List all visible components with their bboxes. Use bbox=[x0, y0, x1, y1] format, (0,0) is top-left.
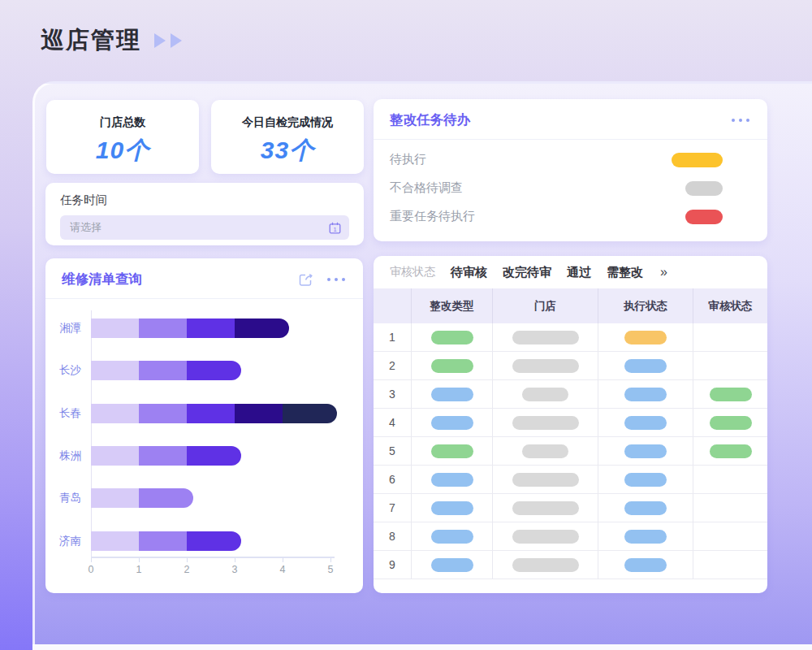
bar-segment bbox=[139, 361, 187, 380]
more-options-icon[interactable] bbox=[732, 119, 750, 123]
table-cell bbox=[412, 352, 493, 380]
status-pill bbox=[512, 416, 579, 430]
x-axis-tick-label: 0 bbox=[79, 564, 103, 575]
status-pill bbox=[431, 359, 473, 373]
table-cell bbox=[598, 323, 693, 352]
table-cell bbox=[693, 466, 767, 494]
status-pill bbox=[522, 388, 568, 401]
row-number: 2 bbox=[374, 352, 412, 380]
bar-segment bbox=[187, 318, 235, 338]
status-pill bbox=[431, 444, 473, 458]
status-pill bbox=[431, 501, 473, 515]
bar-category-label: 济南 bbox=[45, 531, 81, 551]
table-cell bbox=[693, 380, 767, 409]
table-cell bbox=[598, 437, 693, 466]
status-pill bbox=[624, 473, 667, 487]
play-icon bbox=[171, 33, 182, 48]
table-cell bbox=[412, 522, 493, 551]
table-cell bbox=[412, 551, 493, 579]
bar-segment bbox=[187, 404, 235, 423]
row-number: 1 bbox=[374, 323, 412, 352]
status-pill bbox=[710, 416, 752, 430]
todo-item[interactable]: 待执行 bbox=[390, 145, 751, 174]
table-cell bbox=[598, 352, 693, 380]
status-pill bbox=[710, 388, 752, 401]
todo-list: 待执行不合格待调查重要任务待执行 bbox=[374, 140, 767, 231]
stacked-bar bbox=[91, 446, 241, 466]
bar-segment bbox=[91, 531, 139, 551]
status-pill bbox=[522, 444, 568, 458]
x-axis-tick bbox=[139, 558, 140, 562]
todo-status-pill bbox=[685, 210, 723, 224]
stat-card-self-check: 今日自检完成情况 33个 bbox=[211, 100, 364, 174]
status-pill bbox=[512, 359, 579, 373]
bar-category-label: 湘潭 bbox=[45, 318, 81, 338]
status-pill bbox=[512, 558, 579, 572]
review-status-card: 审核状态 待审核改完待审通过需整改 » 整改类型门店执行状态审核状态123456… bbox=[374, 256, 767, 593]
table-cell bbox=[493, 466, 598, 494]
bar-segment bbox=[187, 361, 241, 380]
review-table: 整改类型门店执行状态审核状态123456789 bbox=[374, 288, 767, 579]
todo-item[interactable]: 不合格待调查 bbox=[390, 174, 751, 202]
status-pill bbox=[431, 530, 473, 544]
bar-segment bbox=[187, 531, 241, 551]
bar-segment bbox=[139, 446, 187, 466]
filter-tabs: 审核状态 待审核改完待审通过需整改 » bbox=[374, 256, 767, 288]
table-cell bbox=[412, 323, 493, 352]
tab-待审核[interactable]: 待审核 bbox=[451, 265, 487, 280]
x-axis-tick bbox=[235, 558, 235, 562]
status-pill bbox=[512, 473, 579, 487]
stacked-bar bbox=[91, 318, 289, 338]
table-cell bbox=[598, 380, 693, 409]
todo-item[interactable]: 重要任务待执行 bbox=[390, 202, 751, 231]
bar-segment bbox=[91, 404, 139, 423]
bar-category-label: 株洲 bbox=[45, 446, 81, 466]
column-header: 审核状态 bbox=[693, 288, 767, 323]
stacked-bar bbox=[91, 531, 241, 551]
tab-通过[interactable]: 通过 bbox=[567, 265, 591, 280]
stacked-bar bbox=[91, 488, 193, 508]
stat-label: 门店总数 bbox=[46, 115, 199, 130]
repair-list-card: 维修清单查询 湘潭长沙长春株洲青岛济南012345 bbox=[45, 258, 363, 593]
bar-segment bbox=[235, 318, 289, 338]
date-picker-input[interactable]: 请选择 1 bbox=[60, 215, 349, 240]
more-tabs-chevron[interactable]: » bbox=[660, 265, 667, 280]
filter-label: 审核状态 bbox=[390, 265, 435, 280]
table-cell bbox=[598, 494, 693, 522]
table-cell bbox=[598, 466, 693, 494]
bar-segment bbox=[91, 446, 139, 466]
status-pill bbox=[624, 416, 667, 430]
task-time-label: 任务时间 bbox=[60, 193, 349, 208]
todo-card-header: 整改任务待办 bbox=[374, 99, 767, 140]
tab-需整改[interactable]: 需整改 bbox=[607, 265, 643, 280]
table-cell bbox=[493, 323, 598, 352]
row-number: 4 bbox=[374, 409, 412, 437]
task-time-card: 任务时间 请选择 1 bbox=[45, 183, 364, 245]
table-cell bbox=[412, 437, 493, 466]
stat-value: 33个 bbox=[211, 134, 364, 167]
status-pill bbox=[624, 359, 667, 373]
bar-segment bbox=[91, 488, 139, 508]
todo-card-title: 整改任务待办 bbox=[390, 111, 470, 129]
status-pill bbox=[512, 331, 579, 344]
row-number: 8 bbox=[374, 522, 412, 551]
table-cell bbox=[412, 380, 493, 409]
stacked-bar bbox=[91, 361, 241, 380]
bar-segment bbox=[91, 361, 139, 380]
todo-status-pill bbox=[672, 153, 723, 167]
page-header: 巡店管理 bbox=[41, 24, 182, 57]
tab-改完待审[interactable]: 改完待审 bbox=[503, 265, 551, 280]
todo-item-label: 待执行 bbox=[390, 152, 426, 167]
status-pill bbox=[512, 501, 579, 515]
x-axis-tick bbox=[91, 558, 92, 562]
bar-segment bbox=[139, 318, 187, 338]
chart-x-axis bbox=[91, 557, 335, 558]
status-pill bbox=[624, 388, 667, 401]
bar-segment bbox=[139, 488, 193, 508]
status-pill bbox=[624, 501, 667, 515]
status-pill bbox=[431, 416, 473, 430]
status-pill bbox=[431, 331, 473, 344]
x-axis-tick bbox=[283, 558, 283, 562]
todo-card: 整改任务待办 待执行不合格待调查重要任务待执行 bbox=[374, 99, 767, 241]
date-placeholder: 请选择 bbox=[70, 220, 102, 235]
